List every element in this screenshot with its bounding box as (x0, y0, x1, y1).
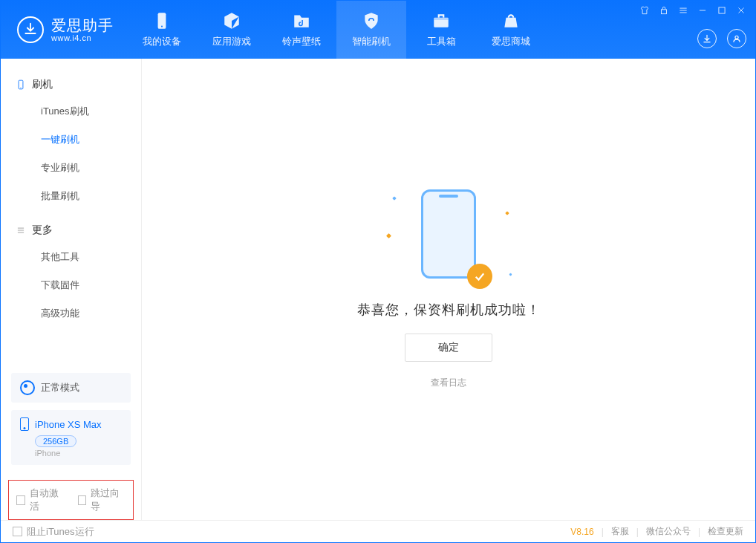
phone-mini-icon (20, 417, 29, 431)
minimize-icon[interactable] (697, 5, 708, 16)
nav-label: 应用游戏 (212, 35, 251, 48)
group-title: 刷机 (32, 78, 53, 91)
app-body: 刷机 iTunes刷机 一键刷机 专业刷机 批量刷机 更多 其他工具 下载固件 … (1, 59, 755, 520)
sidebar-item-other-tools[interactable]: 其他工具 (1, 243, 141, 271)
lock-icon[interactable] (659, 5, 669, 16)
svg-point-8 (20, 88, 21, 88)
phone-outline-icon (16, 79, 26, 90)
group-title: 更多 (32, 224, 53, 237)
sidebar-item-download-firmware[interactable]: 下载固件 (1, 271, 141, 299)
nav-label: 工具箱 (427, 35, 456, 48)
nav-store[interactable]: 爱思商城 (476, 1, 546, 59)
wechat-link[interactable]: 微信公众号 (646, 525, 691, 538)
nav-label: 爱思商城 (492, 35, 530, 48)
shield-refresh-icon (362, 11, 381, 30)
device-mode[interactable]: 正常模式 (11, 373, 131, 403)
sidebar-item-pro-flash[interactable]: 专业刷机 (1, 154, 141, 182)
user-icon (731, 33, 742, 44)
checkbox-icon (13, 527, 22, 536)
checkbox-label: 跳过向导 (91, 487, 126, 513)
svg-rect-4 (662, 10, 667, 14)
support-link[interactable]: 客服 (611, 525, 629, 538)
device-info[interactable]: iPhone XS Max 256GB iPhone (11, 410, 131, 465)
flash-options-row: 自动激活 跳过向导 (8, 480, 134, 520)
logo-text: 爱思助手 www.i4.cn (51, 17, 114, 42)
list-icon (16, 225, 26, 235)
sidebar-item-oneclick-flash[interactable]: 一键刷机 (1, 126, 141, 154)
sidebar-item-advanced[interactable]: 高级功能 (1, 299, 141, 328)
svg-point-1 (161, 26, 163, 27)
menu-icon[interactable] (678, 5, 688, 16)
logo[interactable]: 爱思助手 www.i4.cn (1, 16, 127, 43)
download-icon (702, 33, 712, 44)
phone-icon (152, 11, 172, 30)
top-nav: 我的设备 应用游戏 铃声壁纸 智能刷机 工具箱 爱思商城 (127, 1, 546, 59)
checkbox-label: 自动激活 (30, 487, 65, 513)
device-name: iPhone XS Max (35, 419, 102, 430)
account-button[interactable] (727, 29, 746, 48)
checkbox-icon (78, 495, 87, 505)
header-right (639, 1, 746, 59)
checkbox-label: 阻止iTunes运行 (27, 525, 94, 539)
phone-illustration-icon (421, 189, 476, 279)
nav-label: 铃声壁纸 (282, 35, 321, 48)
status-bar: 阻止iTunes运行 V8.16 | 客服 | 微信公众号 | 检查更新 (1, 520, 755, 542)
ok-button[interactable]: 确定 (405, 334, 492, 362)
window-controls (639, 5, 746, 16)
checkbox-icon (16, 495, 25, 505)
success-message: 恭喜您，保资料刷机成功啦！ (357, 301, 541, 319)
logo-icon (17, 16, 44, 43)
checkbox-skip-guide[interactable]: 跳过向导 (78, 487, 126, 513)
sidebar-item-itunes-flash[interactable]: iTunes刷机 (1, 97, 141, 126)
shirt-icon[interactable] (639, 5, 650, 16)
app-header: 爱思助手 www.i4.cn 我的设备 应用游戏 铃声壁纸 智能刷机 工具箱 爱… (1, 1, 755, 59)
app-url: www.i4.cn (51, 33, 114, 42)
close-icon[interactable] (736, 5, 746, 16)
device-type: iPhone (35, 449, 122, 458)
nav-ringtones-wallpapers[interactable]: 铃声壁纸 (267, 1, 336, 59)
check-update-link[interactable]: 检查更新 (708, 525, 743, 538)
cube-icon (222, 11, 241, 30)
checkmark-badge-icon (467, 264, 492, 289)
store-icon (501, 11, 521, 30)
main-content: 恭喜您，保资料刷机成功啦！ 确定 查看日志 (142, 59, 755, 520)
sidebar-item-batch-flash[interactable]: 批量刷机 (1, 182, 141, 210)
svg-point-6 (735, 36, 738, 39)
toolbox-icon (431, 11, 451, 30)
view-log-link[interactable]: 查看日志 (431, 377, 466, 389)
download-button[interactable] (697, 29, 717, 48)
nav-smart-flash[interactable]: 智能刷机 (336, 1, 406, 59)
nav-my-device[interactable]: 我的设备 (127, 1, 197, 59)
device-panel: 正常模式 iPhone XS Max 256GB iPhone (1, 373, 141, 480)
maximize-icon[interactable] (717, 5, 727, 16)
user-controls (697, 29, 746, 48)
nav-toolbox[interactable]: 工具箱 (406, 1, 476, 59)
sidebar-group-flash[interactable]: 刷机 (1, 72, 141, 97)
nav-apps-games[interactable]: 应用游戏 (197, 1, 267, 59)
nav-label: 我的设备 (143, 35, 181, 48)
app-name: 爱思助手 (51, 17, 114, 33)
sidebar-group-more[interactable]: 更多 (1, 218, 141, 243)
sidebar: 刷机 iTunes刷机 一键刷机 专业刷机 批量刷机 更多 其他工具 下载固件 … (1, 59, 142, 520)
nav-label: 智能刷机 (352, 35, 391, 48)
svg-rect-5 (719, 7, 725, 13)
success-illustration (408, 189, 489, 286)
checkbox-block-itunes[interactable]: 阻止iTunes运行 (13, 525, 94, 539)
checkbox-auto-activate[interactable]: 自动激活 (16, 487, 65, 513)
capacity-badge: 256GB (35, 435, 76, 447)
mode-icon (20, 380, 35, 395)
music-folder-icon (292, 11, 311, 30)
version-label: V8.16 (570, 527, 593, 537)
mode-label: 正常模式 (41, 381, 79, 394)
svg-rect-3 (434, 18, 449, 20)
